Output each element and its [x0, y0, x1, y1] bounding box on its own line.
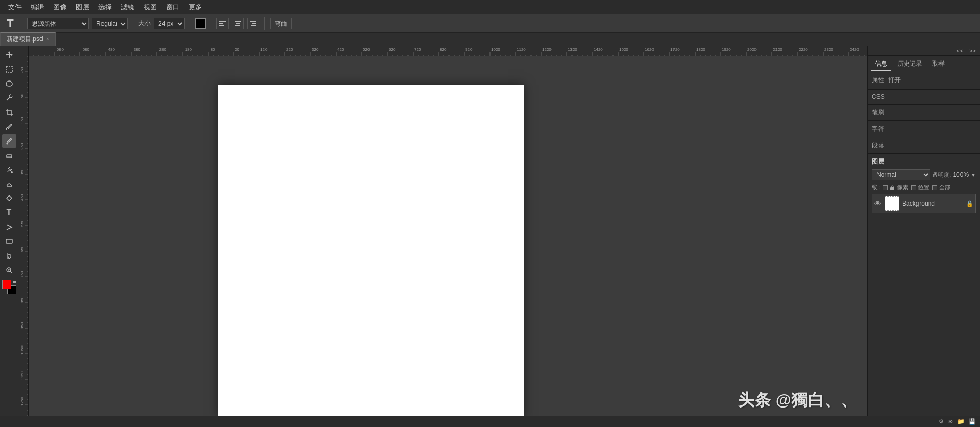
svg-rect-7 [252, 23, 256, 24]
toolbar-separator-5 [264, 17, 265, 30]
tool-crop[interactable] [2, 106, 16, 119]
document-canvas[interactable] [218, 85, 524, 416]
properties-open-label[interactable]: 打开 [888, 74, 901, 86]
tool-paint-bucket[interactable] [2, 163, 16, 176]
svg-rect-25 [6, 239, 12, 243]
toolbar-separator-3 [190, 17, 190, 30]
menu-layer[interactable]: 图层 [72, 1, 93, 14]
ruler-v-canvas [18, 46, 29, 416]
svg-rect-9 [6, 66, 12, 72]
document-tabs: 新建项目.psd × [0, 33, 980, 46]
font-style-select[interactable]: Regular [92, 18, 128, 29]
svg-line-28 [10, 271, 12, 273]
panel-tab-sample[interactable]: 取样 [928, 58, 949, 71]
character-label[interactable]: 字符 [872, 123, 976, 135]
ruler-corner [18, 46, 29, 56]
lock-row: 锁: 像素 位置 全部 [872, 182, 976, 193]
fg-bg-colors[interactable]: ⇆ [2, 280, 16, 294]
layers-panel: 图层 Normal Dissolve Multiply Screen Overl… [868, 154, 980, 216]
layer-item[interactable]: 👁 Background 🔒 [872, 194, 976, 213]
tool-eraser[interactable] [2, 149, 16, 162]
blend-row: Normal Dissolve Multiply Screen Overlay … [872, 168, 976, 182]
menu-window[interactable]: 窗口 [162, 1, 183, 14]
tool-zoom[interactable] [2, 263, 16, 277]
font-size-select[interactable]: 24 px [154, 18, 185, 29]
tool-eyedropper[interactable] [2, 120, 16, 133]
tool-magic-wand[interactable] [2, 91, 16, 105]
lock-all-wrap[interactable]: 全部 [932, 184, 950, 191]
lock-pixel-label: 像素 [897, 184, 908, 191]
menu-edit[interactable]: 编辑 [27, 1, 48, 14]
layer-name: Background [902, 200, 963, 207]
tab-close-button[interactable]: × [46, 37, 49, 42]
toolbar-separator-2 [133, 17, 133, 30]
lock-position-wrap[interactable]: 位置 [911, 184, 929, 191]
panel-section-character: 字符 [868, 121, 980, 137]
tool-move[interactable] [2, 48, 16, 62]
blend-mode-select[interactable]: Normal Dissolve Multiply Screen Overlay [872, 169, 930, 180]
tool-select-rect[interactable] [2, 63, 16, 76]
opacity-dropdown-icon[interactable]: ▼ [971, 172, 976, 178]
lock-position-checkbox[interactable] [911, 185, 916, 190]
align-left-button[interactable] [216, 18, 229, 29]
options-bar: T 思源黑体 Regular 大小 24 px 弯曲 [0, 14, 980, 33]
status-save-icon[interactable]: 💾 [969, 418, 976, 425]
svg-point-24 [8, 195, 10, 197]
panel-tab-bar: 信息 历史记录 取样 [868, 56, 980, 71]
tool-brush[interactable] [2, 134, 16, 148]
toolbar-separator [22, 17, 22, 30]
layer-thumbnail [885, 196, 899, 211]
panel-section-properties: 属性 打开 [868, 71, 980, 90]
tool-path[interactable] [2, 220, 16, 234]
layer-lock-icon: 🔒 [966, 200, 973, 207]
brush-label[interactable]: 笔刷 [872, 107, 976, 118]
svg-rect-4 [236, 23, 240, 24]
tool-pen[interactable] [2, 192, 16, 205]
status-settings-icon[interactable]: ⚙ [938, 418, 944, 425]
canvas-area[interactable] [18, 46, 867, 416]
tab-document[interactable]: 新建项目.psd × [0, 32, 56, 46]
status-folder-icon[interactable]: 📁 [957, 418, 965, 425]
lock-all-checkbox[interactable] [932, 185, 937, 190]
tool-text[interactable]: T [2, 206, 16, 219]
panel-tab-history[interactable]: 历史记录 [893, 58, 926, 71]
panel-collapse-button[interactable]: << [954, 47, 965, 54]
fg-color-swatch[interactable] [2, 280, 11, 289]
toolbar-separator-4 [211, 17, 211, 30]
warp-text-button[interactable]: 弯曲 [270, 18, 292, 29]
tool-lasso[interactable] [2, 77, 16, 90]
panel-expand-button[interactable]: >> [967, 47, 978, 54]
text-color-swatch[interactable] [195, 18, 206, 29]
tool-hand[interactable] [2, 249, 16, 262]
properties-label[interactable]: 属性 [872, 74, 884, 86]
menu-view[interactable]: 视图 [139, 1, 161, 14]
font-family-select[interactable]: 思源黑体 [27, 18, 89, 29]
panel-tab-info[interactable]: 信息 [871, 58, 891, 71]
css-label[interactable]: CSS [872, 92, 976, 102]
lock-pixel-icon [889, 185, 895, 191]
svg-rect-6 [250, 21, 256, 22]
horizontal-ruler [29, 46, 867, 56]
tool-dodge[interactable] [2, 177, 16, 191]
lock-position-label: 位置 [918, 184, 929, 191]
right-panel: << >> 信息 历史记录 取样 属性 打开 CSS 笔刷 字符 [867, 46, 980, 416]
svg-rect-3 [235, 21, 241, 22]
menu-file[interactable]: 文件 [4, 1, 26, 14]
status-eye-icon[interactable]: 👁 [948, 419, 953, 425]
menu-select[interactable]: 选择 [94, 1, 116, 14]
align-right-button[interactable] [247, 18, 259, 29]
main-area: T ⇆ [0, 46, 980, 416]
lock-pixel-checkbox[interactable] [883, 185, 888, 190]
svg-rect-8 [251, 25, 256, 26]
lock-pixel-wrap[interactable]: 像素 [883, 184, 908, 191]
paragraph-label[interactable]: 段落 [872, 139, 976, 151]
menu-more[interactable]: 更多 [185, 1, 206, 14]
svg-rect-2 [219, 25, 224, 26]
lock-label: 锁: [872, 183, 880, 192]
menu-filter[interactable]: 滤镜 [117, 1, 138, 14]
menu-image[interactable]: 图像 [49, 1, 71, 14]
tool-shape[interactable] [2, 235, 16, 248]
align-center-button[interactable] [232, 18, 244, 29]
swap-colors-icon[interactable]: ⇆ [13, 280, 16, 284]
layer-visibility-button[interactable]: 👁 [873, 199, 882, 208]
